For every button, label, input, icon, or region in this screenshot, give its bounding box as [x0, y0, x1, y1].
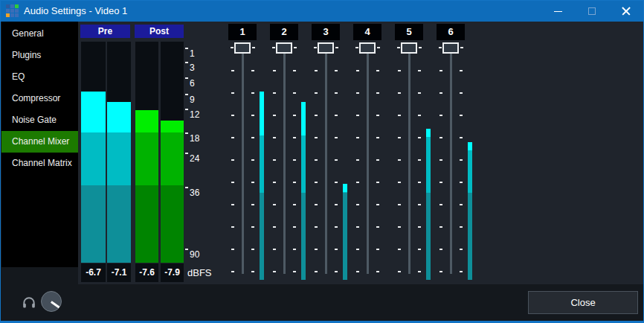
fader-tick — [251, 249, 254, 250]
fader-tick — [231, 182, 234, 183]
fader-tick — [231, 271, 234, 272]
fader-track-4[interactable] — [367, 48, 369, 274]
fader-handle-5[interactable] — [401, 42, 417, 54]
headphone-volume-knob[interactable] — [41, 291, 62, 312]
fader-tick — [418, 137, 421, 138]
fader-tick — [439, 137, 442, 138]
fader-tick — [251, 92, 254, 94]
fader-tick — [335, 159, 338, 161]
fader-tick — [335, 115, 338, 116]
minimize-button[interactable] — [541, 1, 575, 22]
dbfs-unit-label: dBFS — [187, 263, 212, 282]
fader-tick — [335, 70, 338, 71]
fader-tick — [356, 271, 359, 272]
scale-label-3: 3 — [190, 63, 195, 72]
fader-track-6[interactable] — [450, 48, 452, 274]
fader-handle-1[interactable] — [234, 42, 251, 54]
scale-tick-6 — [185, 77, 188, 79]
sidebar-item-channel-matrix[interactable]: Channel Matrix — [1, 153, 78, 174]
fader-tick — [460, 70, 463, 71]
fader-tick — [377, 47, 380, 48]
meter-group-header-post: Post — [135, 25, 184, 38]
channel-number-5: 5 — [395, 24, 423, 40]
fader-track-3[interactable] — [325, 48, 327, 274]
audio-settings-window: Audio Settings - Video 1 GeneralPluginsE… — [0, 0, 644, 323]
scale-label-12: 12 — [190, 110, 199, 119]
meter-column-pre-1 — [107, 42, 131, 263]
fader-tick — [273, 226, 276, 228]
scale-label-90: 90 — [190, 250, 199, 259]
logo-square — [6, 4, 10, 8]
channel-meter-6 — [468, 193, 472, 280]
scale-tick-36 — [185, 187, 188, 188]
channel-mixer-panel: PrePost -6.7-7.1-7.6-7.9 13691218243690 … — [78, 22, 644, 284]
fader-tick — [231, 47, 234, 48]
scale-label-24: 24 — [190, 154, 199, 163]
fader-tick — [231, 70, 234, 71]
fader-tick — [460, 182, 463, 183]
fader-tick — [315, 159, 318, 161]
close-button[interactable]: Close — [528, 291, 638, 314]
titlebar: Audio Settings - Video 1 — [1, 1, 643, 22]
peak-value-pre-0: -6.7 — [81, 263, 106, 282]
fader-handle-3[interactable] — [318, 42, 334, 54]
sidebar-item-noise-gate[interactable]: Noise Gate — [1, 109, 78, 131]
fader-tick — [418, 249, 421, 250]
fader-tick — [231, 249, 234, 250]
scale-tick-1 — [185, 48, 188, 49]
scale-tick-9 — [185, 94, 188, 95]
close-window-button[interactable] — [609, 1, 643, 22]
headphones-icon[interactable] — [22, 295, 36, 310]
fader-tick — [418, 226, 421, 228]
fader-tick — [376, 70, 379, 71]
fader-tick — [418, 92, 421, 94]
sidebar-item-plugins[interactable]: Plugins — [1, 45, 78, 66]
fader-tick — [439, 271, 442, 272]
fader-handle-2[interactable] — [276, 42, 292, 54]
sidebar-item-channel-mixer[interactable]: Channel Mixer — [1, 131, 78, 153]
fader-tick — [315, 115, 318, 116]
fader-tick — [439, 249, 442, 250]
meter-group-header-pre: Pre — [80, 25, 130, 38]
channel-meter-6 — [468, 150, 472, 193]
sidebar-item-compressor[interactable]: Compressor — [1, 88, 78, 109]
fader-tick — [251, 159, 254, 161]
app-logo-icon — [6, 4, 19, 18]
sidebar-item-general[interactable]: General — [1, 23, 78, 45]
fader-tick — [460, 271, 463, 272]
meter-level-segment — [161, 185, 184, 263]
fader-track-5[interactable] — [408, 48, 410, 274]
fader-handle-6[interactable] — [442, 42, 459, 54]
fader-tick — [376, 271, 379, 272]
fader-tick — [273, 182, 276, 183]
meter-column-post-3 — [161, 42, 184, 263]
fader-tick — [376, 137, 379, 138]
channel-number-3: 3 — [312, 24, 340, 40]
meter-level-segment — [81, 132, 106, 185]
minimize-icon — [554, 11, 562, 12]
fader-tick — [460, 204, 463, 205]
channel-number-2: 2 — [270, 24, 298, 40]
fader-tick — [418, 159, 421, 161]
meter-level-segment — [107, 185, 131, 263]
scale-label-1: 1 — [190, 49, 195, 58]
fader-tick — [356, 70, 359, 71]
fader-tick — [356, 204, 359, 205]
settings-sidebar: GeneralPluginsEQCompressorNoise GateChan… — [1, 22, 78, 267]
scale-tick-3 — [185, 62, 188, 63]
fader-tick — [418, 70, 421, 71]
fader-track-1[interactable] — [242, 48, 244, 274]
fader-tick — [293, 271, 296, 272]
fader-tick — [460, 115, 463, 116]
fader-tick — [460, 137, 463, 138]
fader-tick — [398, 115, 401, 116]
logo-square — [10, 4, 14, 8]
fader-tick — [273, 159, 276, 161]
fader-track-2[interactable] — [283, 48, 286, 274]
sidebar-item-eq[interactable]: EQ — [1, 66, 78, 88]
maximize-button — [575, 1, 609, 22]
fader-tick — [293, 137, 296, 138]
fader-handle-4[interactable] — [359, 42, 376, 54]
channel-number-4: 4 — [353, 24, 381, 40]
fader-tick — [398, 204, 401, 205]
